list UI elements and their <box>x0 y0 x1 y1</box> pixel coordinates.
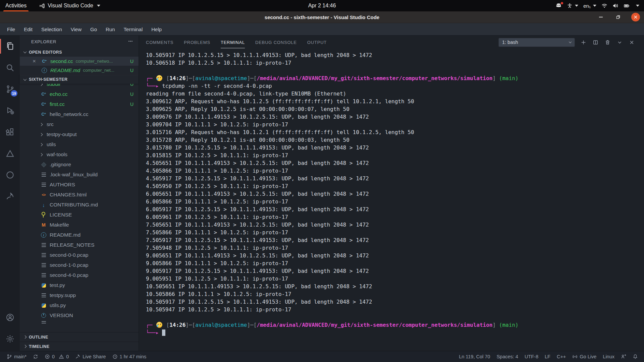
activities-button[interactable]: Activities <box>0 0 32 11</box>
indentation-indicator[interactable]: Spaces: 4 <box>496 354 518 359</box>
timeline-section-header[interactable]: TIMELINE <box>20 342 139 351</box>
lines-file-icon <box>40 252 47 258</box>
wifi-icon[interactable] <box>601 3 607 8</box>
folder-item[interactable]: testpy-output <box>20 129 139 139</box>
file-item[interactable]: hello_network.cc <box>20 109 139 119</box>
keyboard-layout-indicator[interactable]: en₁ <box>583 3 596 9</box>
notification-dot <box>561 2 563 4</box>
terminal-line: 6.005651 IP 10.1.1.1.49153 > 10.1.2.5.15… <box>146 190 644 198</box>
file-item[interactable] <box>20 320 139 323</box>
panel-tab-debug-console[interactable]: DEBUG CONSOLE <box>255 36 297 48</box>
app-menu[interactable]: Visual Studio Code <box>39 3 100 9</box>
close-button[interactable] <box>631 13 640 21</box>
panel-tab-terminal[interactable]: TERMINAL <box>221 36 245 48</box>
extensions-icon[interactable] <box>0 121 20 143</box>
live-share-button[interactable]: Live Share <box>75 354 106 359</box>
volume-icon[interactable] <box>612 3 619 8</box>
menu-view[interactable]: View <box>66 26 86 32</box>
problems-indicator[interactable]: 0 0 <box>45 354 69 359</box>
kill-terminal-icon[interactable] <box>604 39 611 46</box>
file-item[interactable]: LICENSE <box>20 210 139 220</box>
panel-tab-comments[interactable]: COMMENTS <box>146 36 173 48</box>
menu-selection[interactable]: Selection <box>37 26 66 32</box>
encoding-indicator[interactable]: UTF-8 <box>525 354 538 359</box>
git-branch-indicator[interactable]: main* <box>7 354 26 359</box>
panel-tab-problems[interactable]: PROBLEMS <box>184 36 210 48</box>
discord-tray-icon[interactable] <box>555 3 562 8</box>
file-item[interactable]: second-0-0.pcap <box>20 250 139 260</box>
file-item[interactable]: first.ccU <box>20 99 139 109</box>
file-item[interactable]: README.md <box>20 230 139 240</box>
ellipsis-icon[interactable] <box>128 39 133 45</box>
terminal-line: ┌─ [14:26]─[avinal@spacetime]─[/media/av… <box>146 74 644 82</box>
menu-edit[interactable]: Edit <box>19 26 37 32</box>
live-share-icon[interactable] <box>0 186 20 207</box>
accessibility-icon[interactable] <box>567 3 578 9</box>
clock[interactable]: Apr 2 14:46 <box>308 3 336 9</box>
file-item[interactable]: utils.py <box>20 300 139 310</box>
info-file-icon <box>40 232 47 238</box>
split-terminal-icon[interactable] <box>592 39 599 46</box>
close-editor-icon[interactable]: × <box>33 58 39 64</box>
file-item[interactable]: CHANGES.html <box>20 190 139 200</box>
terminal-line: 9.005917 IP 10.1.2.5.15 > 10.1.1.1.49153… <box>146 267 644 275</box>
folder-section-header[interactable]: SIXTH-SEMESTER <box>20 75 139 84</box>
file-item[interactable]: .gitignore <box>20 160 139 170</box>
settings-gear-icon[interactable] <box>0 328 20 350</box>
window-title-bar[interactable]: second.cc - sixth-semester - Visual Stud… <box>0 11 644 23</box>
file-item[interactable]: RELEASE_NOTES <box>20 240 139 250</box>
terminal-line: 4.505866 IP 10.1.1.1 > 10.1.2.5: ip-prot… <box>146 167 644 175</box>
menu-go[interactable]: Go <box>86 26 101 32</box>
accounts-icon[interactable] <box>0 307 20 328</box>
cursor-position-indicator[interactable]: Ln 119, Col 70 <box>459 354 490 359</box>
folder-item[interactable]: subdirU <box>20 84 139 89</box>
battery-icon[interactable] <box>624 3 630 8</box>
menu-run[interactable]: Run <box>101 26 119 32</box>
menu-terminal[interactable]: Terminal <box>119 26 147 32</box>
new-terminal-icon[interactable] <box>580 39 587 46</box>
file-item[interactable]: Makefile <box>20 220 139 230</box>
search-icon[interactable] <box>0 57 20 78</box>
outline-section-header[interactable]: OUTLINE <box>20 332 139 342</box>
terminal-select[interactable]: 1: bash <box>498 38 575 47</box>
file-item[interactable]: second-1-0.pcap <box>20 260 139 270</box>
panel-tab-output[interactable]: OUTPUT <box>307 36 327 48</box>
open-editor-item[interactable]: ×second.cccomputer_netwo...U <box>20 57 139 66</box>
file-item[interactable]: VERSION <box>20 310 139 320</box>
source-control-icon[interactable]: 19 <box>0 78 20 100</box>
maximize-panel-icon[interactable] <box>616 39 623 46</box>
file-item[interactable]: CONTRIBUTING.md <box>20 200 139 210</box>
file-name: utils <box>47 141 56 147</box>
folder-item[interactable]: utils <box>20 139 139 149</box>
minimize-button[interactable] <box>596 13 605 21</box>
language-mode-indicator[interactable]: C++ <box>557 354 566 359</box>
remote-os-indicator[interactable]: Linux <box>603 354 614 359</box>
folder-item[interactable]: src <box>20 119 139 129</box>
eol-indicator[interactable]: LF <box>545 354 550 359</box>
explorer-icon[interactable] <box>0 36 20 57</box>
folder-item[interactable]: waf-tools <box>20 149 139 160</box>
timer-indicator[interactable]: 1 hr 47 mins <box>112 354 147 359</box>
test-explorer-icon[interactable] <box>0 143 20 164</box>
github-icon[interactable] <box>0 164 20 186</box>
close-panel-icon[interactable] <box>628 39 635 46</box>
go-live-button[interactable]: Go Live <box>572 354 596 359</box>
menu-help[interactable]: Help <box>147 26 166 32</box>
file-item[interactable]: testpy.supp <box>20 290 139 300</box>
feedback-icon[interactable] <box>621 354 626 359</box>
file-item[interactable]: second-4-0.pcap <box>20 270 139 280</box>
file-item[interactable]: .lock-waf_linux_build <box>20 170 139 180</box>
menu-file[interactable]: File <box>3 26 19 32</box>
run-debug-icon[interactable] <box>0 100 20 121</box>
notifications-bell-icon[interactable] <box>633 354 638 359</box>
file-item[interactable]: AUTHORS <box>20 180 139 190</box>
restore-button[interactable] <box>614 13 623 21</box>
open-editors-header[interactable]: OPEN EDITORS <box>20 48 139 57</box>
sync-changes-button[interactable] <box>33 354 38 359</box>
open-editor-item[interactable]: ×README.mdcomputer_net...U <box>20 66 139 75</box>
file-item[interactable]: test.py <box>20 280 139 290</box>
terminal-output[interactable]: 10.505917 IP 10.1.2.5.15 > 10.1.1.1.4915… <box>139 49 644 351</box>
chevron-down-icon[interactable] <box>636 5 639 7</box>
scm-badge: 19 <box>11 90 17 97</box>
file-item[interactable]: echo.ccU <box>20 89 139 99</box>
